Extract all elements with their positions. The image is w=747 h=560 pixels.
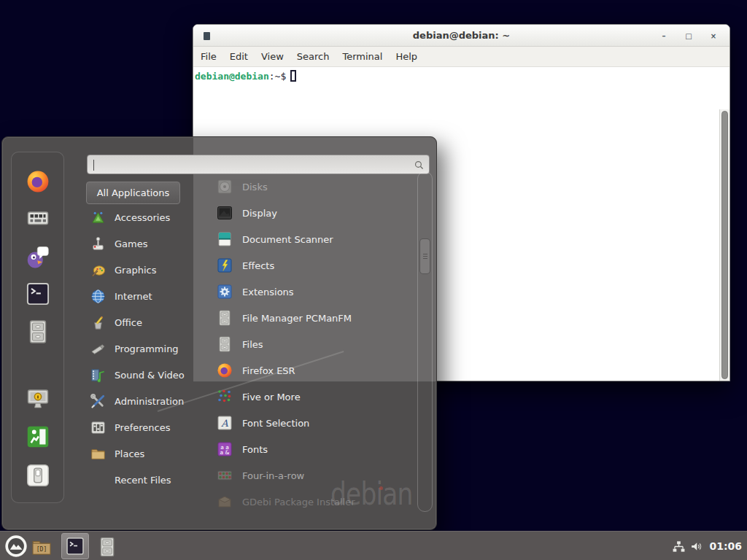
files-icon — [216, 335, 233, 353]
programming-icon — [90, 341, 107, 357]
category-label: Programming — [115, 343, 179, 354]
search-box[interactable] — [87, 155, 430, 174]
category-administration[interactable]: Administration — [86, 388, 212, 414]
network-icon[interactable] — [672, 540, 686, 553]
favorite-lock-screen-icon[interactable] — [25, 386, 51, 412]
app-item-label: Fonts — [242, 444, 268, 455]
app-item-font-selection[interactable]: AFont Selection — [210, 410, 416, 436]
terminal-menu-terminal[interactable]: Terminal — [336, 48, 389, 66]
all-applications-button[interactable]: All Applications — [86, 182, 180, 204]
menu-button-icon — [4, 534, 28, 558]
disks-icon — [216, 178, 233, 195]
app-item-display[interactable]: Display — [210, 200, 416, 226]
minimize-button[interactable]: – — [659, 32, 668, 40]
office-icon — [90, 314, 107, 331]
fonts-icon: a aa & — [216, 440, 233, 458]
search-input[interactable] — [92, 157, 406, 172]
category-label: Office — [115, 317, 142, 328]
app-item-extensions[interactable]: Extensions — [210, 279, 416, 305]
category-places[interactable]: Places — [86, 440, 212, 467]
volume-icon[interactable] — [689, 540, 703, 553]
sound-video-icon — [90, 367, 107, 384]
launcher-folder-icon[interactable]: [D] — [31, 536, 53, 560]
maximize-button[interactable]: □ — [684, 32, 693, 40]
category-label: Recent Files — [115, 475, 171, 486]
close-button[interactable]: × — [709, 32, 718, 40]
lock-screen-icon — [25, 386, 51, 412]
category-label: Games — [115, 238, 147, 249]
terminal-scrollbar[interactable] — [719, 109, 729, 381]
extensions-icon — [216, 283, 233, 300]
effects-icon — [216, 257, 233, 274]
app-item-document-scanner[interactable]: Document Scanner — [210, 226, 416, 252]
app-item-five-or-more[interactable]: Five or More — [210, 384, 416, 410]
character-map-icon — [25, 206, 51, 232]
app-item-firefox-esr[interactable]: Firefox ESR — [210, 357, 416, 384]
category-preferences[interactable]: Preferences — [86, 414, 212, 440]
category-games[interactable]: Games — [86, 230, 212, 257]
app-item-label: Files — [242, 339, 263, 350]
app-item-disks[interactable]: Disks — [210, 174, 416, 200]
app-item-label: Font Selection — [242, 418, 309, 429]
firefox-icon — [25, 168, 51, 195]
app-item-label: File Manager PCManFM — [242, 313, 352, 324]
places-icon — [90, 446, 107, 462]
terminal-titlebar[interactable]: debian@debian: ~ –□× — [193, 25, 729, 47]
terminal-menu-edit[interactable]: Edit — [223, 48, 255, 66]
debian-watermark: debian — [330, 475, 412, 512]
debian-watermark-dot — [379, 486, 383, 490]
category-recent-files[interactable]: Recent Files — [86, 467, 212, 493]
category-label: Places — [115, 448, 144, 459]
favorite-character-map-icon[interactable] — [25, 206, 51, 232]
terminal-menu-file[interactable]: File — [194, 48, 223, 66]
four-in-a-row-icon — [216, 467, 233, 484]
favorite-firefox-icon[interactable] — [25, 168, 51, 195]
terminal-menu-help[interactable]: Help — [389, 48, 424, 66]
launcher-file-cabinet-icon[interactable] — [96, 536, 118, 560]
category-internet[interactable]: Internet — [86, 283, 212, 309]
app-item-fonts[interactable]: a aa &Fonts — [210, 436, 416, 462]
file-cabinet-icon — [25, 319, 51, 345]
svg-text:[D]: [D] — [36, 545, 47, 553]
category-label: Preferences — [115, 422, 170, 433]
category-accessories[interactable]: Accessories — [86, 204, 212, 230]
terminal-menu-search[interactable]: Search — [290, 48, 336, 66]
search-caret — [93, 160, 94, 171]
gdebi-icon — [216, 493, 233, 510]
launcher-menu-button-icon[interactable] — [4, 534, 28, 560]
terminal-title: debian@debian: ~ — [193, 25, 729, 47]
terminal-menu-view[interactable]: View — [255, 48, 290, 66]
favorites-panel — [11, 152, 64, 503]
app-item-file-manager-pcmanfm[interactable]: File Manager PCManFM — [210, 305, 416, 331]
administration-icon — [90, 393, 107, 410]
category-programming[interactable]: Programming — [86, 335, 212, 362]
app-item-label: Extensions — [242, 287, 294, 298]
all-applications-label: All Applications — [97, 187, 170, 198]
favorite-terminal-icon[interactable] — [25, 281, 51, 307]
category-label: Sound & Video — [115, 370, 185, 381]
task-button-terminal-icon[interactable] — [61, 533, 89, 559]
menu-scrollbar-thumb[interactable] — [419, 238, 430, 274]
menu-scrollbar[interactable] — [417, 171, 433, 512]
app-item-effects[interactable]: Effects — [210, 252, 416, 279]
preferences-icon — [90, 419, 107, 436]
app-item-files[interactable]: Files — [210, 331, 416, 357]
favorite-file-cabinet-icon[interactable] — [25, 319, 51, 345]
category-sound-video[interactable]: Sound & Video — [86, 362, 212, 388]
app-item-label: Five or More — [242, 392, 301, 402]
category-label: Administration — [115, 396, 184, 407]
clock[interactable]: 01:06 — [707, 540, 744, 552]
category-label: Graphics — [115, 265, 156, 276]
pidgin-icon — [25, 244, 51, 270]
display-icon — [216, 204, 233, 222]
favorite-pidgin-icon[interactable] — [25, 244, 51, 270]
prompt-path: :~$ — [269, 71, 286, 82]
category-label: Internet — [115, 291, 152, 302]
category-graphics[interactable]: Graphics — [86, 257, 212, 283]
app-item-label: Firefox ESR — [242, 365, 295, 376]
terminal-scrollbar-thumb[interactable] — [721, 111, 728, 379]
category-list: AccessoriesGamesGraphicsInternetOfficePr… — [86, 204, 212, 493]
favorite-logout-icon[interactable] — [25, 424, 51, 450]
favorite-shutdown-icon[interactable] — [25, 462, 51, 489]
category-office[interactable]: Office — [86, 309, 212, 335]
